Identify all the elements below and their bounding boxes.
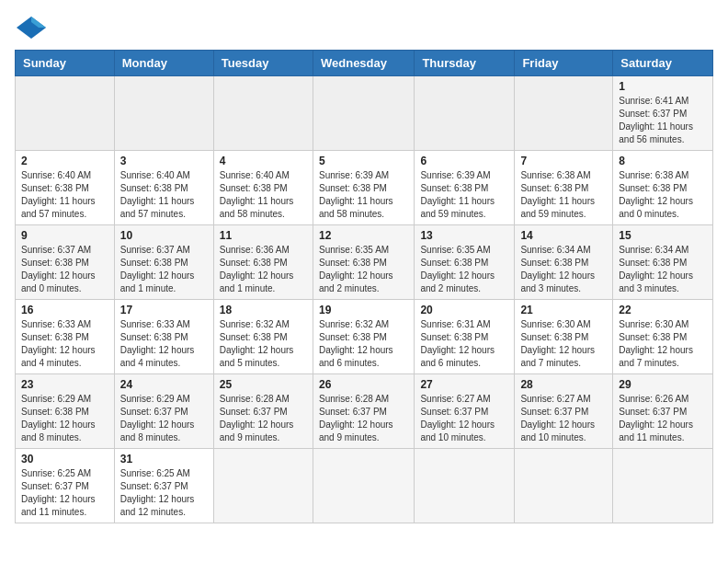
day-info: Sunrise: 6:38 AM Sunset: 6:38 PM Dayligh… (520, 169, 607, 221)
calendar-cell: 27Sunrise: 6:27 AM Sunset: 6:37 PM Dayli… (415, 374, 515, 449)
calendar-cell: 5Sunrise: 6:39 AM Sunset: 6:38 PM Daylig… (313, 151, 414, 225)
calendar-cell: 1Sunrise: 6:41 AM Sunset: 6:37 PM Daylig… (613, 76, 713, 151)
calendar-cell: 2Sunrise: 6:40 AM Sunset: 6:38 PM Daylig… (16, 151, 115, 225)
calendar-cell (415, 449, 515, 523)
day-number: 5 (319, 155, 408, 167)
calendar-cell (313, 76, 414, 151)
calendar-table: SundayMondayTuesdayWednesdayThursdayFrid… (15, 50, 713, 523)
day-info: Sunrise: 6:35 AM Sunset: 6:38 PM Dayligh… (319, 244, 408, 295)
calendar-cell: 7Sunrise: 6:38 AM Sunset: 6:38 PM Daylig… (515, 151, 613, 225)
weekday-header-thursday: Thursday (415, 51, 515, 76)
day-info: Sunrise: 6:36 AM Sunset: 6:38 PM Dayligh… (220, 244, 307, 295)
calendar-week-4: 16Sunrise: 6:33 AM Sunset: 6:38 PM Dayli… (16, 300, 713, 374)
day-number: 15 (619, 229, 707, 242)
calendar-week-5: 23Sunrise: 6:29 AM Sunset: 6:38 PM Dayli… (16, 374, 713, 449)
day-info: Sunrise: 6:27 AM Sunset: 6:37 PM Dayligh… (420, 393, 508, 444)
day-info: Sunrise: 6:40 AM Sunset: 6:38 PM Dayligh… (220, 169, 307, 221)
weekday-header-friday: Friday (515, 51, 613, 76)
calendar-cell: 19Sunrise: 6:32 AM Sunset: 6:38 PM Dayli… (313, 300, 414, 374)
calendar-cell: 12Sunrise: 6:35 AM Sunset: 6:38 PM Dayli… (313, 225, 414, 300)
calendar-cell (613, 449, 713, 523)
day-info: Sunrise: 6:29 AM Sunset: 6:37 PM Dayligh… (120, 393, 208, 444)
weekday-header-saturday: Saturday (613, 51, 713, 76)
calendar-cell: 29Sunrise: 6:26 AM Sunset: 6:37 PM Dayli… (613, 374, 713, 449)
day-number: 6 (420, 155, 508, 167)
calendar-cell: 10Sunrise: 6:37 AM Sunset: 6:38 PM Dayli… (114, 225, 213, 300)
day-info: Sunrise: 6:30 AM Sunset: 6:38 PM Dayligh… (520, 318, 607, 370)
day-info: Sunrise: 6:31 AM Sunset: 6:38 PM Dayligh… (420, 318, 508, 370)
day-info: Sunrise: 6:33 AM Sunset: 6:38 PM Dayligh… (120, 318, 208, 370)
calendar-cell (16, 76, 115, 151)
calendar-cell: 4Sunrise: 6:40 AM Sunset: 6:38 PM Daylig… (213, 151, 313, 225)
calendar-cell: 26Sunrise: 6:28 AM Sunset: 6:37 PM Dayli… (313, 374, 414, 449)
day-info: Sunrise: 6:34 AM Sunset: 6:38 PM Dayligh… (619, 244, 707, 295)
day-number: 29 (619, 378, 707, 391)
day-number: 11 (220, 229, 307, 242)
day-info: Sunrise: 6:29 AM Sunset: 6:38 PM Dayligh… (21, 393, 108, 444)
calendar-cell: 20Sunrise: 6:31 AM Sunset: 6:38 PM Dayli… (415, 300, 515, 374)
calendar-week-3: 9Sunrise: 6:37 AM Sunset: 6:38 PM Daylig… (16, 225, 713, 300)
day-number: 9 (21, 229, 108, 242)
day-info: Sunrise: 6:26 AM Sunset: 6:37 PM Dayligh… (619, 393, 707, 444)
calendar-cell: 9Sunrise: 6:37 AM Sunset: 6:38 PM Daylig… (16, 225, 115, 300)
day-info: Sunrise: 6:40 AM Sunset: 6:38 PM Dayligh… (120, 169, 208, 221)
calendar-cell (213, 76, 313, 151)
calendar-cell: 15Sunrise: 6:34 AM Sunset: 6:38 PM Dayli… (613, 225, 713, 300)
day-info: Sunrise: 6:33 AM Sunset: 6:38 PM Dayligh… (21, 318, 108, 370)
calendar-cell (313, 449, 414, 523)
logo-icon (15, 15, 48, 40)
day-number: 12 (319, 229, 408, 242)
weekday-header-wednesday: Wednesday (313, 51, 414, 76)
day-info: Sunrise: 6:37 AM Sunset: 6:38 PM Dayligh… (21, 244, 108, 295)
day-number: 21 (520, 304, 607, 316)
day-info: Sunrise: 6:28 AM Sunset: 6:37 PM Dayligh… (220, 393, 307, 444)
day-info: Sunrise: 6:30 AM Sunset: 6:38 PM Dayligh… (619, 318, 707, 370)
day-number: 19 (319, 304, 408, 316)
day-info: Sunrise: 6:39 AM Sunset: 6:38 PM Dayligh… (319, 169, 408, 221)
day-number: 4 (220, 155, 307, 167)
calendar-cell: 3Sunrise: 6:40 AM Sunset: 6:38 PM Daylig… (114, 151, 213, 225)
day-number: 10 (120, 229, 208, 242)
calendar-cell: 30Sunrise: 6:25 AM Sunset: 6:37 PM Dayli… (16, 449, 115, 523)
day-info: Sunrise: 6:39 AM Sunset: 6:38 PM Dayligh… (420, 169, 508, 221)
day-info: Sunrise: 6:37 AM Sunset: 6:38 PM Dayligh… (120, 244, 208, 295)
day-info: Sunrise: 6:32 AM Sunset: 6:38 PM Dayligh… (319, 318, 408, 370)
logo (15, 15, 51, 40)
calendar-cell: 22Sunrise: 6:30 AM Sunset: 6:38 PM Dayli… (613, 300, 713, 374)
day-info: Sunrise: 6:27 AM Sunset: 6:37 PM Dayligh… (520, 393, 607, 444)
page-header (15, 15, 713, 40)
calendar-week-1: 1Sunrise: 6:41 AM Sunset: 6:37 PM Daylig… (16, 76, 713, 151)
day-number: 18 (220, 304, 307, 316)
day-number: 13 (420, 229, 508, 242)
weekday-header-sunday: Sunday (16, 51, 115, 76)
weekday-header-monday: Monday (114, 51, 213, 76)
calendar-cell: 31Sunrise: 6:25 AM Sunset: 6:37 PM Dayli… (114, 449, 213, 523)
day-number: 23 (21, 378, 108, 391)
calendar-cell: 16Sunrise: 6:33 AM Sunset: 6:38 PM Dayli… (16, 300, 115, 374)
day-info: Sunrise: 6:32 AM Sunset: 6:38 PM Dayligh… (220, 318, 307, 370)
day-number: 7 (520, 155, 607, 167)
calendar-cell (515, 449, 613, 523)
day-info: Sunrise: 6:25 AM Sunset: 6:37 PM Dayligh… (21, 467, 108, 519)
day-number: 16 (21, 304, 108, 316)
day-number: 17 (120, 304, 208, 316)
calendar-cell: 13Sunrise: 6:35 AM Sunset: 6:38 PM Dayli… (415, 225, 515, 300)
day-number: 14 (520, 229, 607, 242)
day-info: Sunrise: 6:41 AM Sunset: 6:37 PM Dayligh… (619, 95, 707, 146)
calendar-cell: 17Sunrise: 6:33 AM Sunset: 6:38 PM Dayli… (114, 300, 213, 374)
calendar-cell (114, 76, 213, 151)
day-number: 1 (619, 80, 707, 93)
day-number: 25 (220, 378, 307, 391)
day-number: 31 (120, 453, 208, 465)
day-info: Sunrise: 6:25 AM Sunset: 6:37 PM Dayligh… (120, 467, 208, 519)
day-info: Sunrise: 6:40 AM Sunset: 6:38 PM Dayligh… (21, 169, 108, 221)
calendar-cell: 21Sunrise: 6:30 AM Sunset: 6:38 PM Dayli… (515, 300, 613, 374)
day-info: Sunrise: 6:38 AM Sunset: 6:38 PM Dayligh… (619, 169, 707, 221)
calendar-cell: 6Sunrise: 6:39 AM Sunset: 6:38 PM Daylig… (415, 151, 515, 225)
calendar-week-6: 30Sunrise: 6:25 AM Sunset: 6:37 PM Dayli… (16, 449, 713, 523)
calendar-week-2: 2Sunrise: 6:40 AM Sunset: 6:38 PM Daylig… (16, 151, 713, 225)
calendar-cell: 25Sunrise: 6:28 AM Sunset: 6:37 PM Dayli… (213, 374, 313, 449)
calendar-cell: 18Sunrise: 6:32 AM Sunset: 6:38 PM Dayli… (213, 300, 313, 374)
day-number: 26 (319, 378, 408, 391)
day-number: 2 (21, 155, 108, 167)
